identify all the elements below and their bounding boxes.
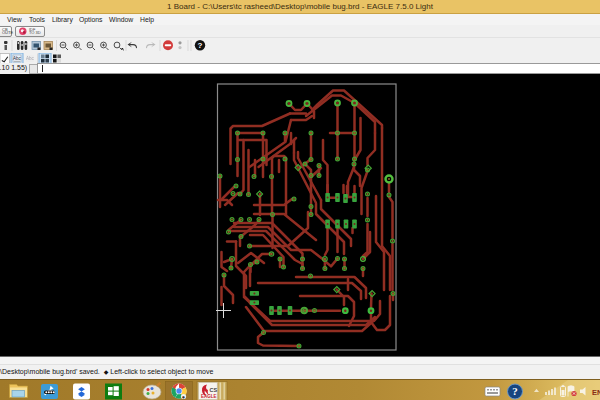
svg-text:CS: CS [210, 387, 218, 393]
svg-text:?: ? [198, 41, 203, 50]
svg-text:EAGLE: EAGLE [201, 394, 217, 399]
svg-text:?: ? [512, 385, 518, 397]
svg-text:Abc: Abc [26, 56, 35, 61]
svg-text:EN: EN [592, 388, 600, 397]
svg-text:●: ● [182, 394, 185, 400]
svg-text:Abc: Abc [13, 56, 22, 61]
